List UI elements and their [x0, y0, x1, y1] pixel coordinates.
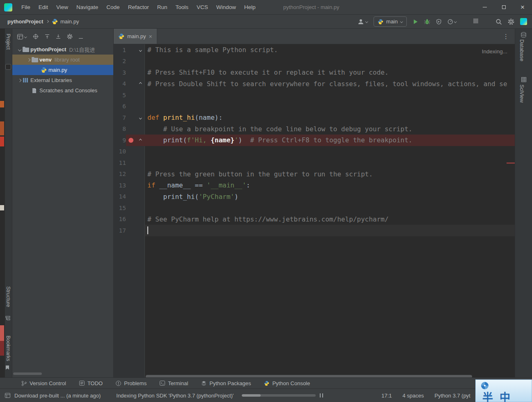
- editor-tab-main-py[interactable]: main.py ×: [114, 29, 157, 44]
- user-menu-button[interactable]: [358, 18, 368, 25]
- code-line[interactable]: 9 print(f'Hi, {name}') # Press Ctrl+F8 t…: [114, 135, 515, 146]
- tree-chevron[interactable]: [25, 59, 32, 61]
- line-number[interactable]: 15: [114, 202, 126, 214]
- maximize-button[interactable]: [494, 0, 513, 14]
- breakpoint-gutter[interactable]: [126, 112, 136, 123]
- layout-status-icon[interactable]: [5, 393, 10, 398]
- menu-window[interactable]: Window: [212, 0, 240, 14]
- fold-icon[interactable]: [139, 49, 142, 51]
- fold-gutter[interactable]: [136, 44, 145, 56]
- tree-chevron[interactable]: [16, 79, 23, 82]
- ime-char-zhong[interactable]: 中: [500, 389, 510, 402]
- breakpoint-gutter[interactable]: [126, 191, 136, 203]
- menu-file[interactable]: File: [17, 0, 34, 14]
- breakpoint-gutter[interactable]: [126, 78, 136, 90]
- run-button[interactable]: [413, 19, 418, 25]
- toolwindow-button-python-packages[interactable]: Python Packages: [201, 380, 251, 386]
- breakpoint-icon[interactable]: [128, 138, 133, 143]
- profiler-button[interactable]: [447, 19, 456, 25]
- commit-tool-icon[interactable]: [5, 64, 11, 70]
- line-number[interactable]: 14: [114, 191, 126, 203]
- settings-button[interactable]: [508, 18, 514, 25]
- fold-gutter[interactable]: [136, 180, 145, 191]
- menu-edit[interactable]: Edit: [34, 0, 52, 14]
- line-number[interactable]: 3: [114, 67, 126, 78]
- breakpoint-gutter[interactable]: [126, 180, 136, 191]
- minimize-button[interactable]: [475, 0, 494, 14]
- tool-button-structure[interactable]: Structure: [5, 286, 11, 307]
- tool-button-sciview[interactable]: SciView: [519, 85, 525, 103]
- ime-char-ban[interactable]: 半: [482, 389, 493, 402]
- code-line[interactable]: 5: [114, 89, 515, 101]
- sciview-icon[interactable]: [521, 77, 526, 82]
- pause-indexing-button[interactable]: [320, 393, 323, 399]
- breakpoint-gutter[interactable]: [126, 44, 136, 56]
- select-opened-file-button[interactable]: [33, 34, 39, 39]
- code-line[interactable]: 3# Press Shift+F10 to execute it or repl…: [114, 67, 515, 78]
- fold-gutter[interactable]: [136, 123, 145, 135]
- ime-status-panel[interactable]: 半 中: [475, 379, 532, 402]
- menu-view[interactable]: View: [52, 0, 72, 14]
- line-number[interactable]: 10: [114, 146, 126, 158]
- fold-gutter[interactable]: [136, 56, 145, 67]
- fold-icon[interactable]: [139, 139, 142, 142]
- tab-close-icon[interactable]: ×: [149, 34, 152, 39]
- tree-item-external-libraries[interactable]: External Libraries: [12, 75, 113, 85]
- bookmark-icon[interactable]: [5, 365, 9, 370]
- debug-button[interactable]: [424, 18, 430, 25]
- line-number[interactable]: 4: [114, 78, 126, 90]
- toolwindow-button-problems[interactable]: Problems: [116, 380, 147, 386]
- fold-icon[interactable]: [139, 82, 142, 85]
- line-number[interactable]: 8: [114, 123, 126, 135]
- fold-gutter[interactable]: [136, 169, 145, 180]
- menu-vcs[interactable]: VCS: [193, 0, 212, 14]
- breakpoint-gutter[interactable]: [126, 169, 136, 180]
- fold-gutter[interactable]: [136, 146, 145, 158]
- fold-gutter[interactable]: [136, 112, 145, 123]
- run-configuration-selector[interactable]: main: [374, 16, 407, 27]
- breakpoint-gutter[interactable]: [126, 225, 136, 236]
- code-line[interactable]: 10: [114, 146, 515, 158]
- fold-gutter[interactable]: [136, 101, 145, 112]
- breakpoint-gutter[interactable]: [126, 56, 136, 67]
- editor-horizontal-scrollbar[interactable]: [146, 375, 472, 377]
- line-number[interactable]: 17: [114, 225, 126, 236]
- tree-item-scratches-and-consoles[interactable]: Scratches and Consoles: [12, 85, 113, 96]
- tree-item-venv[interactable]: venvlibrary root: [12, 55, 113, 65]
- line-number[interactable]: 2: [114, 56, 126, 67]
- code-line[interactable]: 2: [114, 56, 515, 67]
- tree-item-pythonproject[interactable]: pythonProjectD:\1自我进: [12, 44, 113, 55]
- fold-gutter[interactable]: [136, 135, 145, 146]
- line-number[interactable]: 7: [114, 112, 126, 123]
- fold-gutter[interactable]: [136, 202, 145, 214]
- code-line[interactable]: 16# See PyCharm help at https://www.jetb…: [114, 214, 515, 225]
- collapse-all-button[interactable]: [56, 34, 61, 39]
- tool-button-bookmarks[interactable]: Bookmarks: [5, 336, 11, 361]
- code-line[interactable]: 6: [114, 101, 515, 112]
- error-stripe-breakpoint-mark[interactable]: [507, 162, 515, 164]
- close-button[interactable]: ×: [513, 0, 532, 14]
- fold-gutter[interactable]: [136, 225, 145, 236]
- panel-settings-button[interactable]: [67, 34, 73, 39]
- more-tabs-icon[interactable]: ⋮: [503, 33, 515, 40]
- indent-widget[interactable]: 4 spaces: [403, 393, 424, 399]
- code-line[interactable]: 1# This is a sample Python script.: [114, 44, 515, 56]
- code-line[interactable]: 12# Press the green button in the gutter…: [114, 169, 515, 180]
- code-line[interactable]: 17: [114, 225, 515, 236]
- menu-run[interactable]: Run: [153, 0, 172, 14]
- search-everywhere-button[interactable]: [495, 18, 502, 25]
- run-with-coverage-button[interactable]: [436, 19, 442, 25]
- line-number[interactable]: 5: [114, 89, 126, 101]
- hide-panel-button[interactable]: [79, 34, 83, 40]
- code-line[interactable]: 4# Press Double Shift to search everywhe…: [114, 78, 515, 90]
- fold-gutter[interactable]: [136, 78, 145, 90]
- toolwindow-button-version-control[interactable]: Version Control: [21, 380, 66, 386]
- fold-gutter[interactable]: [136, 67, 145, 78]
- database-icon[interactable]: [521, 32, 526, 38]
- breakpoint-gutter[interactable]: [126, 89, 136, 101]
- expand-all-button[interactable]: [45, 34, 50, 39]
- tree-item-main-py[interactable]: main.py: [12, 65, 113, 75]
- fold-icon[interactable]: [139, 116, 142, 119]
- stop-button[interactable]: [473, 18, 478, 25]
- breadcrumb-file[interactable]: main.py: [60, 18, 79, 25]
